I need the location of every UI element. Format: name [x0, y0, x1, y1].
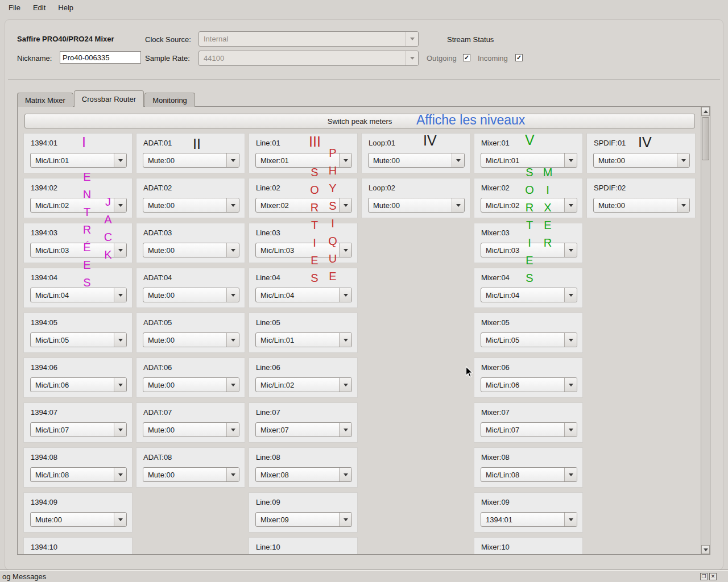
- chevron-down-icon[interactable]: [226, 288, 239, 302]
- chevron-down-icon[interactable]: [564, 423, 577, 436]
- combo-value: 1394:01: [481, 513, 564, 526]
- source-select-adat-03[interactable]: Mute:00: [143, 243, 239, 257]
- chevron-down-icon[interactable]: [564, 288, 577, 302]
- chevron-down-icon[interactable]: [339, 198, 351, 212]
- chevron-down-icon[interactable]: [226, 153, 239, 167]
- chevron-down-icon[interactable]: [452, 198, 464, 212]
- source-select-adat-07[interactable]: Mute:00: [143, 422, 239, 437]
- chevron-down-icon[interactable]: [564, 513, 577, 526]
- chevron-down-icon[interactable]: [339, 288, 351, 302]
- source-select-1394-09[interactable]: Mute:00: [30, 512, 127, 527]
- source-select-line-01[interactable]: Mixer:01: [255, 153, 352, 168]
- chevron-down-icon[interactable]: [226, 243, 239, 257]
- router-cell-label: Line:08: [256, 453, 280, 462]
- chevron-down-icon[interactable]: [677, 153, 689, 167]
- chevron-down-icon[interactable]: [564, 378, 577, 392]
- source-select-line-08[interactable]: Mixer:08: [255, 467, 352, 482]
- sample-rate-select[interactable]: 44100: [198, 51, 419, 66]
- source-select-mixer-03[interactable]: Mic/Lin:03: [481, 243, 577, 257]
- restore-panel-icon[interactable]: ❐: [700, 573, 708, 580]
- chevron-down-icon[interactable]: [114, 333, 126, 347]
- source-select-loop-02[interactable]: Mute:00: [368, 198, 465, 213]
- source-select-adat-04[interactable]: Mute:00: [143, 288, 239, 302]
- source-select-mixer-06[interactable]: Mic/Lin:06: [481, 377, 577, 392]
- chevron-down-icon[interactable]: [339, 513, 351, 526]
- source-select-spdif-02[interactable]: Mute:00: [593, 198, 690, 213]
- chevron-down-icon[interactable]: [564, 468, 577, 481]
- source-select-1394-08[interactable]: Mic/Lin:08: [30, 467, 127, 482]
- chevron-down-icon[interactable]: [339, 378, 351, 392]
- menu-edit[interactable]: Edit: [27, 0, 52, 15]
- tab-crossbar-router[interactable]: Crossbar Router: [74, 90, 144, 107]
- chevron-down-icon[interactable]: [564, 243, 577, 257]
- chevron-down-icon[interactable]: [114, 468, 126, 481]
- vertical-scrollbar[interactable]: [701, 107, 710, 554]
- source-select-line-05[interactable]: Mic/Lin:01: [255, 332, 352, 347]
- source-select-1394-04[interactable]: Mic/Lin:04: [30, 288, 127, 302]
- scroll-down-icon[interactable]: [701, 545, 710, 554]
- chevron-down-icon[interactable]: [114, 423, 126, 436]
- source-select-spdif-01[interactable]: Mute:00: [593, 153, 690, 168]
- tab-monitoring[interactable]: Monitoring: [144, 93, 195, 107]
- nickname-input[interactable]: [60, 51, 141, 64]
- chevron-down-icon[interactable]: [564, 333, 577, 347]
- source-select-line-06[interactable]: Mic/Lin:02: [255, 377, 352, 392]
- source-select-1394-01[interactable]: Mic/Lin:01: [30, 153, 127, 168]
- chevron-down-icon[interactable]: [226, 468, 239, 481]
- source-select-line-03[interactable]: Mic/Lin:03: [255, 243, 352, 257]
- source-select-mixer-02[interactable]: Mic/Lin:02: [481, 198, 577, 213]
- source-select-1394-07[interactable]: Mic/Lin:07: [30, 422, 127, 437]
- chevron-down-icon[interactable]: [114, 243, 126, 257]
- source-select-adat-06[interactable]: Mute:00: [143, 377, 239, 392]
- source-select-mixer-04[interactable]: Mic/Lin:04: [481, 288, 577, 302]
- source-select-mixer-05[interactable]: Mic/Lin:05: [481, 332, 577, 347]
- chevron-down-icon[interactable]: [114, 378, 126, 392]
- close-panel-icon[interactable]: ✕: [709, 573, 717, 580]
- source-select-mixer-08[interactable]: Mic/Lin:08: [481, 467, 577, 482]
- source-select-1394-02[interactable]: Mic/Lin:02: [30, 198, 127, 213]
- source-select-1394-06[interactable]: Mic/Lin:06: [30, 377, 127, 392]
- chevron-down-icon[interactable]: [226, 378, 239, 392]
- chevron-down-icon[interactable]: [226, 423, 239, 436]
- menu-file[interactable]: File: [2, 0, 27, 15]
- scrollbar-thumb[interactable]: [702, 117, 709, 160]
- source-select-line-09[interactable]: Mixer:09: [255, 512, 352, 527]
- chevron-down-icon[interactable]: [339, 423, 351, 436]
- scroll-up-icon[interactable]: [701, 107, 710, 116]
- switch-peak-meters-button[interactable]: Switch peak meters: [24, 114, 695, 128]
- chevron-down-icon[interactable]: [114, 513, 126, 526]
- source-select-adat-05[interactable]: Mute:00: [143, 332, 239, 347]
- source-select-1394-03[interactable]: Mic/Lin:03: [30, 243, 127, 257]
- chevron-down-icon[interactable]: [406, 51, 418, 65]
- chevron-down-icon[interactable]: [339, 468, 351, 481]
- chevron-down-icon[interactable]: [564, 153, 577, 167]
- chevron-down-icon[interactable]: [226, 198, 239, 212]
- source-select-mixer-01[interactable]: Mic/Lin:01: [481, 153, 577, 168]
- chevron-down-icon[interactable]: [452, 153, 464, 167]
- incoming-checkbox[interactable]: [515, 54, 523, 61]
- chevron-down-icon[interactable]: [677, 198, 689, 212]
- source-select-mixer-07[interactable]: Mic/Lin:07: [481, 422, 577, 437]
- chevron-down-icon[interactable]: [564, 198, 577, 212]
- outgoing-checkbox[interactable]: [463, 54, 470, 61]
- menu-help[interactable]: Help: [52, 0, 80, 15]
- source-select-loop-01[interactable]: Mute:00: [368, 153, 465, 168]
- tab-matrix-mixer[interactable]: Matrix Mixer: [17, 93, 73, 107]
- chevron-down-icon[interactable]: [114, 288, 126, 302]
- chevron-down-icon[interactable]: [339, 333, 351, 347]
- source-select-adat-08[interactable]: Mute:00: [143, 467, 239, 482]
- source-select-mixer-09[interactable]: 1394:01: [481, 512, 577, 527]
- chevron-down-icon[interactable]: [339, 243, 351, 257]
- source-select-adat-01[interactable]: Mute:00: [143, 153, 239, 168]
- chevron-down-icon[interactable]: [226, 333, 239, 347]
- chevron-down-icon[interactable]: [114, 153, 126, 167]
- clock-source-select[interactable]: Internal: [198, 31, 419, 47]
- source-select-line-02[interactable]: Mixer:02: [255, 198, 352, 213]
- source-select-1394-05[interactable]: Mic/Lin:05: [30, 332, 127, 347]
- chevron-down-icon[interactable]: [339, 153, 351, 167]
- source-select-adat-02[interactable]: Mute:00: [143, 198, 239, 213]
- source-select-line-07[interactable]: Mixer:07: [255, 422, 352, 437]
- chevron-down-icon[interactable]: [114, 198, 126, 212]
- chevron-down-icon[interactable]: [406, 32, 418, 46]
- source-select-line-04[interactable]: Mic/Lin:04: [255, 288, 352, 302]
